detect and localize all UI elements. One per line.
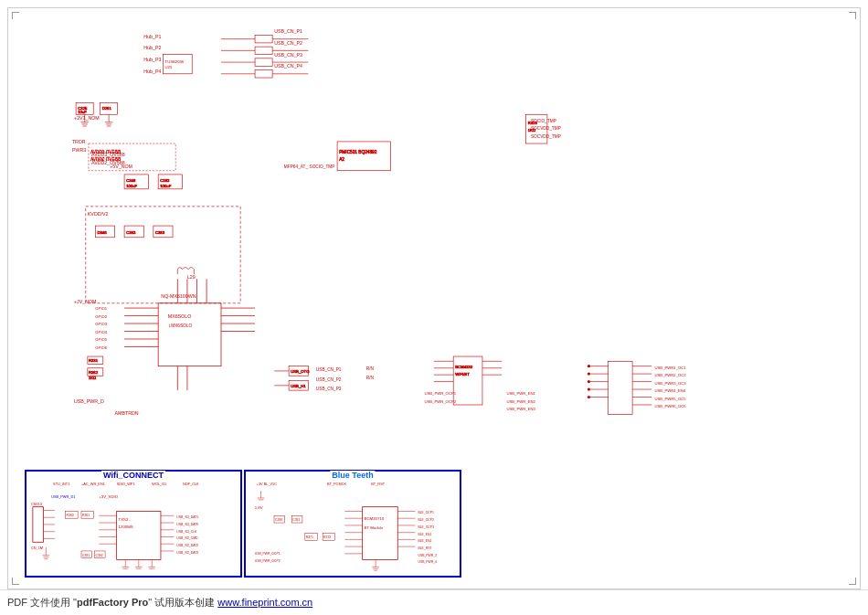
svg-text:R/N: R/N — [366, 376, 375, 380]
svg-text:USB_PWR_3: USB_PWR_3 — [418, 554, 437, 557]
svg-point-152 — [587, 380, 590, 383]
svg-text:USB_PWR1_OC1: USB_PWR1_OC1 — [654, 366, 686, 370]
svg-text:USB_CN_P2: USB_CN_P2 — [316, 377, 342, 382]
svg-text:USB_PWR_OCP1: USB_PWR_OCP1 — [255, 552, 281, 556]
svg-text:L29: L29 — [187, 274, 196, 280]
svg-text:USB_PWR_OCP2: USB_PWR_OCP2 — [424, 399, 456, 404]
svg-text:USB_CN_P1: USB_CN_P1 — [316, 367, 342, 372]
svg-text:GPIO3: GPIO3 — [95, 322, 108, 326]
svg-text:100uF: 100uF — [160, 184, 171, 188]
svg-text:USB_H1: USB_H1 — [291, 384, 306, 388]
svg-text:USB_PWR_EN1: USB_PWR_EN1 — [506, 391, 535, 396]
svg-rect-99 — [86, 207, 240, 303]
svg-rect-217 — [363, 507, 398, 560]
svg-text:C383: C383 — [126, 230, 136, 235]
svg-text:+3V3_NOM: +3V3_NOM — [74, 115, 100, 121]
svg-text:C390: C390 — [275, 518, 282, 522]
svg-text:D261: D261 — [102, 106, 112, 111]
svg-text:A2: A2 — [339, 157, 344, 162]
svg-text:USB_SD_DAT1: USB_SD_DAT1 — [176, 515, 198, 519]
svg-text:USB_OTG: USB_OTG — [291, 369, 309, 374]
svg-text:SDIO_WP1: SDIO_WP1 — [117, 482, 135, 486]
svg-text:i.MX6SOLO: i.MX6SOLO — [169, 323, 193, 328]
svg-text:C383: C383 — [155, 230, 165, 235]
svg-text:C392: C392 — [95, 554, 102, 557]
svg-text:PMIC531 BQ24892: PMIC531 BQ24892 — [339, 150, 377, 154]
wifi-connect-inner: CN013 STU_INT1 +AC_WR_EN1 SDIO_WP1 WOL_N… — [26, 472, 240, 576]
svg-text:Hub_P2: Hub_P2 — [143, 45, 161, 50]
svg-text:BLE_OCP3: BLE_OCP3 — [418, 525, 434, 529]
svg-text:USB_PWR3_OC3: USB_PWR3_OC3 — [654, 381, 686, 386]
svg-text:+JV_NOM: +JV_NOM — [74, 299, 97, 304]
svg-text:SOCVDD_TMP: SOCVDD_TMP — [531, 134, 561, 139]
svg-text:CN_1M: CN_1M — [31, 546, 43, 550]
svg-text:USB_SD_CLK: USB_SD_CLK — [176, 530, 197, 534]
svg-text:Hub_P4: Hub_P4 — [143, 69, 161, 74]
svg-text:USB_PWR_EN2: USB_PWR_EN2 — [506, 399, 535, 404]
blue-teeth-box: Blue Teeth +3V BL_V5C BT_PCMCK BT_RST — [244, 470, 461, 578]
svg-text:R331: R331 — [89, 358, 99, 363]
svg-rect-3 — [255, 70, 272, 78]
svg-text:USB_PWR6_OC6: USB_PWR6_OC6 — [654, 404, 686, 408]
svg-text:GPIO6: GPIO6 — [95, 345, 108, 350]
svg-text:BCM20710: BCM20710 — [365, 516, 385, 521]
svg-text:100uF: 100uF — [126, 184, 137, 188]
svg-point-154 — [587, 396, 590, 398]
svg-rect-20 — [163, 55, 192, 74]
svg-text:1KΩ: 1KΩ — [528, 128, 535, 133]
svg-text:R316: R316 — [528, 121, 538, 125]
svg-text:MFP64_AT_ SOCIO_TMP: MFP64_AT_ SOCIO_TMP — [284, 164, 335, 169]
svg-text:R371: R371 — [306, 535, 313, 539]
svg-text:BLE_EN1: BLE_EN1 — [418, 533, 431, 536]
svg-point-153 — [587, 387, 590, 390]
footer-link[interactable]: www.fineprint.com.cn — [217, 597, 312, 608]
svg-text:AMBTRDN: AMBTRDN — [115, 410, 139, 416]
svg-text:GPIO2: GPIO2 — [95, 314, 108, 319]
svg-text:USB_PWR5_OC5: USB_PWR5_OC5 — [654, 397, 686, 401]
svg-text:USB_PWR_D: USB_PWR_D — [74, 398, 104, 404]
footer-bar: PDF 文件使用 "pdfFactory Pro" 试用版本创建 www.fin… — [0, 589, 868, 615]
svg-text:USB_PWR2_OC2: USB_PWR2_OC2 — [654, 373, 686, 377]
svg-text:+3V BL_V5C: +3V BL_V5C — [257, 482, 278, 486]
svg-text:R372: R372 — [323, 535, 331, 539]
svg-text:MX6SOLO: MX6SOLO — [168, 313, 192, 319]
svg-text:USB_PWR4_EN4: USB_PWR4_EN4 — [654, 388, 685, 393]
svg-text:+3V_SDIO: +3V_SDIO — [99, 494, 118, 499]
svg-text:AVDD3 OVEBB: AVDD3 OVEBB — [90, 150, 121, 154]
svg-text:USB_PWR_OCP2: USB_PWR_OCP2 — [255, 559, 281, 563]
svg-text:+AC_WR_EN1: +AC_WR_EN1 — [81, 482, 105, 486]
svg-text:1200MS: 1200MS — [119, 525, 133, 529]
svg-text:Hub_P3: Hub_P3 — [143, 57, 161, 62]
svg-rect-132 — [609, 361, 632, 414]
svg-rect-155 — [33, 507, 44, 543]
svg-point-151 — [587, 373, 590, 376]
svg-text:USB_PWR_EN3: USB_PWR_EN3 — [506, 407, 535, 411]
svg-text:USB_SD_DAT2: USB_SD_DAT2 — [176, 544, 198, 547]
svg-text:BT_RST: BT_RST — [371, 482, 385, 486]
svg-text:USB_SD_CMD: USB_SD_CMD — [176, 536, 198, 540]
svg-text:USB_CN_P2: USB_CN_P2 — [274, 40, 302, 46]
svg-rect-2 — [255, 58, 272, 66]
schematic-area: USB_CN_P1 USB_CN_P2 USB_CN_P3 USB_CN_P4 … — [7, 7, 861, 589]
svg-text:BT_PCMCK: BT_PCMCK — [327, 482, 346, 486]
svg-text:PWR3: PWR3 — [72, 147, 86, 153]
svg-text:C391: C391 — [82, 554, 90, 557]
svg-text:USB_CN_P1: USB_CN_P1 — [274, 28, 302, 34]
svg-text:USB_CN_P4: USB_CN_P4 — [274, 63, 302, 69]
svg-text:AVDD2 OVEBB: AVDD2 OVEBB — [90, 157, 121, 162]
svg-text:USB_CN_P3: USB_CN_P3 — [316, 387, 342, 391]
svg-text:CN013: CN013 — [31, 503, 42, 506]
svg-text:C383: C383 — [160, 178, 170, 183]
svg-text:D348: D348 — [97, 230, 107, 235]
svg-text:GPIO4: GPIO4 — [95, 330, 108, 334]
svg-text:1.8V: 1.8V — [255, 505, 263, 510]
svg-text:C391: C391 — [292, 518, 300, 522]
svg-text:R361: R361 — [82, 514, 90, 517]
svg-text:U25: U25 — [165, 65, 173, 69]
svg-text:C348: C348 — [126, 178, 136, 183]
svg-text:Hub_P1: Hub_P1 — [143, 34, 161, 39]
svg-text:STU_INT1: STU_INT1 — [53, 482, 69, 486]
svg-text:BCM4330: BCM4330 — [455, 365, 472, 369]
svg-text:USB_SD_DAT3: USB_SD_DAT3 — [176, 551, 198, 555]
svg-text:TUSB2036: TUSB2036 — [165, 59, 185, 64]
